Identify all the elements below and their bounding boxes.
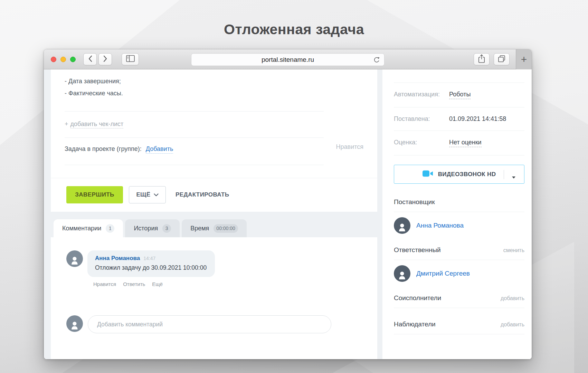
originator-person: Анна Романова xyxy=(394,212,524,234)
divider xyxy=(65,165,324,165)
project-label: Задача в проекте (группе): xyxy=(65,145,142,153)
task-main-column: - Дата завершения; - Фактические часы. +… xyxy=(51,69,377,359)
tab-overview-button[interactable] xyxy=(494,53,510,65)
comment-actions: Нравится Ответить Ещё xyxy=(93,281,362,287)
comment-author-link[interactable]: Анна Романова xyxy=(95,255,140,262)
add-checklist-link[interactable]: добавить чек-лист xyxy=(70,121,124,128)
tab-label: Комментарии xyxy=(62,225,101,232)
page-title: Отложенная задача xyxy=(0,21,588,38)
comment-more-link[interactable]: Ещё xyxy=(152,281,163,287)
responsible-name-link[interactable]: Дмитрий Сергеев xyxy=(416,270,470,277)
browser-window: portal.sitename.ru + - Дата завершения; … xyxy=(44,49,532,359)
tab-label: История xyxy=(134,225,158,232)
responsible-avatar[interactable] xyxy=(394,265,410,282)
video-call-button[interactable]: ВИДЕОЗВОНОК HD xyxy=(394,165,524,184)
add-observer-link[interactable]: добавить xyxy=(501,322,524,328)
description-line: - Фактические часы. xyxy=(65,90,363,97)
created-datetime: 01.09.2021 14:41:58 xyxy=(449,115,506,123)
originator-label: Постановщик xyxy=(394,198,435,206)
share-button[interactable] xyxy=(474,53,490,65)
responsible-person: Дмитрий Сергеев xyxy=(394,260,524,282)
originator-header-row: Постановщик xyxy=(394,184,524,212)
tab-history[interactable]: История 3 xyxy=(125,219,180,237)
tab-time[interactable]: Время 00:00:00 xyxy=(182,219,247,237)
rating-link[interactable]: Нет оценки xyxy=(449,139,482,147)
current-user-avatar[interactable] xyxy=(66,315,83,332)
task-page: - Дата завершения; - Фактические часы. +… xyxy=(44,69,532,359)
responsible-label: Ответственный xyxy=(394,246,441,254)
nav-buttons xyxy=(83,53,112,65)
task-description-panel: - Дата завершения; - Фактические часы. +… xyxy=(51,69,377,212)
description-line: - Дата завершения; xyxy=(65,78,363,85)
comments-panel: Анна Романова 14:47 Отложил задачу до 30… xyxy=(51,237,377,359)
project-row: Задача в проекте (группе): Добавить Нрав… xyxy=(65,145,363,154)
sidebar-toggle-button[interactable] xyxy=(122,53,139,65)
divider xyxy=(394,334,524,334)
comment-bubble: Анна Романова 14:47 Отложил задачу до 30… xyxy=(87,250,215,277)
comment-tabs: Комментарии 1 История 3 Время 00:00:00 xyxy=(54,219,377,237)
video-call-label: ВИДЕОЗВОНОК HD xyxy=(438,171,496,178)
field-label: Поставлена: xyxy=(394,115,449,123)
comment-input-row xyxy=(66,315,362,333)
field-label: Оценка: xyxy=(394,139,449,146)
back-button[interactable] xyxy=(83,53,97,65)
comment-item: Анна Романова 14:47 Отложил задачу до 30… xyxy=(66,250,362,277)
address-bar[interactable]: portal.sitename.ru xyxy=(191,53,385,66)
plus-icon: + xyxy=(521,54,527,65)
comment-text: Отложил задачу до 30.09.2021 10:00:00 xyxy=(95,264,207,271)
task-actions-row: ЗАВЕРШИТЬ ЕЩЁ РЕДАКТИРОВАТЬ xyxy=(51,178,377,212)
divider xyxy=(394,155,524,155)
url-text: portal.sitename.ru xyxy=(262,56,314,64)
chevron-right-icon xyxy=(103,55,107,64)
more-actions-button[interactable]: ЕЩЁ xyxy=(129,186,166,203)
time-badge: 00:00:00 xyxy=(214,224,238,233)
comments-count-badge: 1 xyxy=(106,224,114,233)
project-add-link[interactable]: Добавить xyxy=(146,145,173,154)
field-label: Автоматизация: xyxy=(394,91,449,98)
traffic-lights xyxy=(51,57,76,62)
responsible-header-row: Ответственный сменить xyxy=(394,234,524,260)
zoom-window-button[interactable] xyxy=(70,57,76,62)
field-rating: Оценка: Нет оценки xyxy=(394,131,524,155)
task-sidebar: Автоматизация: Роботы Поставлена: 01.09.… xyxy=(382,69,532,359)
coexecutors-label: Соисполнители xyxy=(394,294,441,302)
change-responsible-link[interactable]: сменить xyxy=(503,247,524,254)
chevron-left-icon xyxy=(88,55,92,64)
add-checklist-row: +добавить чек-лист xyxy=(65,121,363,128)
minimize-window-button[interactable] xyxy=(60,57,66,62)
like-link[interactable]: Нравится xyxy=(336,143,363,151)
share-icon xyxy=(478,54,485,65)
browser-toolbar: portal.sitename.ru + xyxy=(44,49,532,69)
comment-input[interactable] xyxy=(88,315,331,333)
tab-label: Время xyxy=(190,225,209,232)
forward-button[interactable] xyxy=(98,53,112,65)
toolbar-right-buttons xyxy=(474,53,510,65)
add-coexecutor-link[interactable]: добавить xyxy=(501,295,524,302)
edit-task-button[interactable]: РЕДАКТИРОВАТЬ xyxy=(173,191,231,198)
sidebar-icon xyxy=(126,55,135,64)
coexecutors-row: Соисполнители добавить xyxy=(394,282,524,308)
originator-name-link[interactable]: Анна Романова xyxy=(416,222,464,229)
originator-avatar[interactable] xyxy=(394,217,410,234)
close-window-button[interactable] xyxy=(51,57,56,62)
video-camera-icon xyxy=(423,170,433,179)
history-count-badge: 3 xyxy=(162,224,171,233)
complete-task-button[interactable]: ЗАВЕРШИТЬ xyxy=(66,186,123,203)
new-tab-button[interactable]: + xyxy=(516,49,532,69)
chevron-down-icon xyxy=(154,191,159,198)
divider xyxy=(65,111,324,112)
comment-reply-link[interactable]: Ответить xyxy=(123,281,145,287)
field-created: Поставлена: 01.09.2021 14:41:58 xyxy=(394,107,524,131)
observers-label: Наблюдатели xyxy=(394,321,436,328)
divider xyxy=(504,170,504,179)
comment-time: 14:47 xyxy=(143,256,155,261)
field-automation: Автоматизация: Роботы xyxy=(394,83,524,107)
observers-row: Наблюдатели добавить xyxy=(394,308,524,334)
caret-down-icon[interactable] xyxy=(512,174,516,181)
more-label: ЕЩЁ xyxy=(136,191,150,198)
comment-author-avatar[interactable] xyxy=(66,250,83,267)
comment-like-link[interactable]: Нравится xyxy=(93,281,116,287)
tab-comments[interactable]: Комментарии 1 xyxy=(54,219,123,237)
automation-robots-link[interactable]: Роботы xyxy=(449,91,471,99)
reload-button[interactable] xyxy=(373,56,380,64)
